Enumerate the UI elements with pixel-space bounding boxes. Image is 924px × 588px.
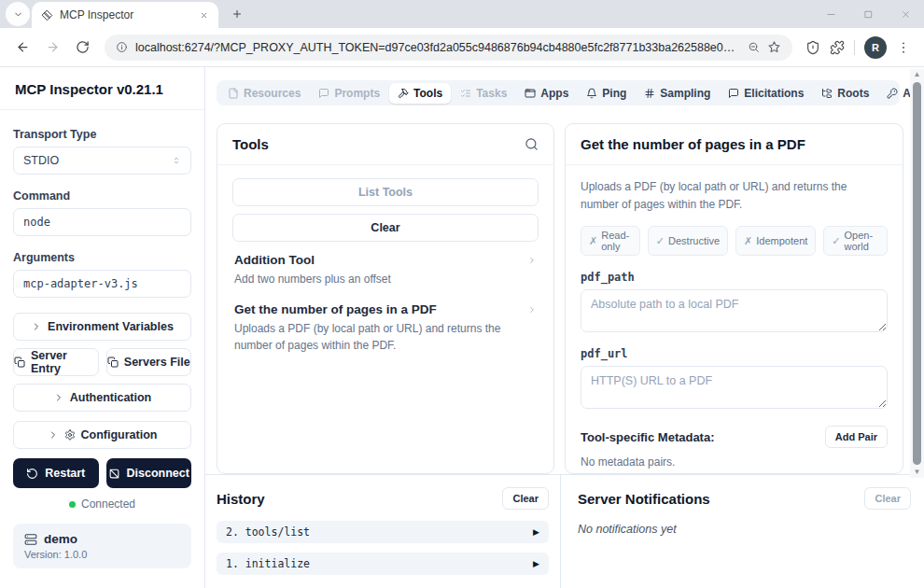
extensions-icon[interactable] [830,40,845,55]
browser-tab[interactable]: MCP Inspector [32,2,218,28]
add-pair-button[interactable]: Add Pair [825,426,888,448]
chevron-right-icon [53,392,64,403]
expand-arrow-icon[interactable]: ▶ [533,559,539,568]
back-button[interactable] [9,35,35,61]
window-controls [812,0,924,28]
tool-name: Get the number of pages in a PDF [234,302,527,316]
environment-variables-toggle[interactable]: Environment Variables [13,313,191,341]
expand-arrow-icon[interactable]: ▶ [533,527,539,537]
tab-search-button[interactable] [6,2,30,26]
tab-label: Tools [413,87,442,100]
badge-mark: ✓ [656,235,665,247]
history-entry-label: 2. tools/list [226,525,310,539]
content-row: Tools List Tools Clear Addition Tool Add… [205,105,924,474]
tool-list-item[interactable]: Get the number of pages in a PDF Uploads… [232,291,539,357]
tab-roots[interactable]: Roots [813,83,877,104]
tool-description: Uploads a PDF (by local path or URL) and… [234,320,527,354]
tab-ping[interactable]: Ping [578,83,635,104]
clear-history-button[interactable]: Clear [502,487,549,510]
history-entry-label: 1. initialize [226,557,310,570]
clear-notifications-button[interactable]: Clear [864,487,911,510]
restart-button[interactable]: Restart [13,458,99,488]
forward-button[interactable] [39,35,65,61]
authentication-label: Authentication [70,391,152,404]
new-tab-button[interactable] [226,3,248,25]
no-metadata-text: No metadata pairs. [581,455,888,469]
minimize-button[interactable] [812,0,849,28]
tool-detail-panel: Get the number of pages in a PDF Uploads… [565,123,903,474]
tools-panel: Tools List Tools Clear Addition Tool Add… [217,123,554,474]
badge-open-world: ✓Open-world [823,226,888,256]
tool-annotation-badges: ✗Read-only ✓Destructive ✗Idempotent ✓Ope… [581,226,888,256]
configuration-toggle[interactable]: Configuration [13,421,191,449]
server-version: Version: 1.0.0 [24,549,180,560]
zoom-icon[interactable] [748,41,760,53]
plus-icon [231,8,243,20]
close-window-button[interactable] [887,0,924,28]
maximize-button[interactable] [849,0,887,28]
server-entry-button[interactable]: Server Entry [13,348,99,376]
scroll-up-arrow[interactable]: ▲ [914,69,921,80]
pdf-path-label: pdf_path [581,271,888,284]
copy-icon [14,357,25,368]
tab-tasks[interactable]: Tasks [452,83,515,104]
configuration-label: Configuration [81,428,158,441]
tab-elicitations[interactable]: Elicitations [720,83,812,104]
tab-tools[interactable]: Tools [389,83,451,104]
tab-apps[interactable]: Apps [516,83,577,104]
tab-resources[interactable]: Resources [219,83,309,104]
server-name: demo [44,532,77,546]
url-text: localhost:6274/?MCP_PROXY_AUTH_TOKEN=d97… [135,41,740,54]
mcp-inspector-app: MCP Inspector v0.21.1 Transport Type STD… [0,67,924,588]
tab-sampling[interactable]: Sampling [636,83,719,104]
tab-prompts[interactable]: Prompts [310,83,388,104]
key-icon [887,88,898,99]
servers-file-button[interactable]: Servers File [106,348,192,376]
top-nav: Resources Prompts Tools Tasks Apps Ping … [217,80,900,105]
server-icon [24,533,37,546]
connection-status: Connected [13,497,191,511]
badge-mark: ✗ [589,235,597,247]
arguments-input[interactable] [13,270,191,298]
mcp-logo-icon [41,9,53,21]
tab-label: Ping [602,87,626,100]
tab-label: Prompts [334,87,380,100]
pdf-path-input[interactable] [581,289,888,332]
toolbar-separator [854,40,855,55]
chevron-right-icon [527,256,537,265]
history-entry[interactable]: 1. initialize ▶ [217,553,549,575]
vertical-scrollbar[interactable]: ▲ ▼ [910,69,924,478]
profile-avatar[interactable]: R [864,36,887,59]
disconnect-button[interactable]: Disconnect [106,458,192,488]
scrollbar-thumb[interactable] [913,82,921,465]
pdf-url-input[interactable] [581,366,888,409]
reload-icon [76,40,90,54]
back-icon [16,40,30,54]
search-icon[interactable] [525,137,539,151]
main-area: Resources Prompts Tools Tasks Apps Ping … [205,67,924,588]
history-entry[interactable]: 2. tools/list ▶ [217,521,549,543]
privacy-icon[interactable] [805,40,820,55]
close-icon [200,11,208,20]
servers-file-label: Servers File [124,356,190,369]
reload-button[interactable] [69,35,95,61]
tab-label: Resources [244,87,301,100]
history-panel: History Clear 2. tools/list ▶ 1. initial… [205,475,561,588]
address-bar[interactable]: localhost:6274/?MCP_PROXY_AUTH_TOKEN=d97… [105,35,792,61]
authentication-toggle[interactable]: Authentication [13,384,191,412]
command-input[interactable] [13,208,191,236]
site-info-icon[interactable] [116,41,128,53]
menu-kebab-icon[interactable] [896,40,911,55]
folder-tree-icon [821,88,833,99]
hammer-icon [398,88,409,99]
list-tools-button[interactable]: List Tools [232,178,539,206]
server-notifications-title: Server Notifications [578,491,710,507]
scroll-down-arrow[interactable]: ▼ [914,467,921,478]
transport-type-select[interactable]: STDIO [13,147,191,175]
tool-list-item[interactable]: Addition Tool Add two numbers plus an of… [232,242,539,291]
tab-close-button[interactable] [196,7,211,22]
badge-read-only: ✗Read-only [581,226,640,256]
clear-tools-button[interactable]: Clear [232,214,539,242]
close-icon [901,9,911,20]
bookmark-star-icon[interactable] [767,40,781,54]
